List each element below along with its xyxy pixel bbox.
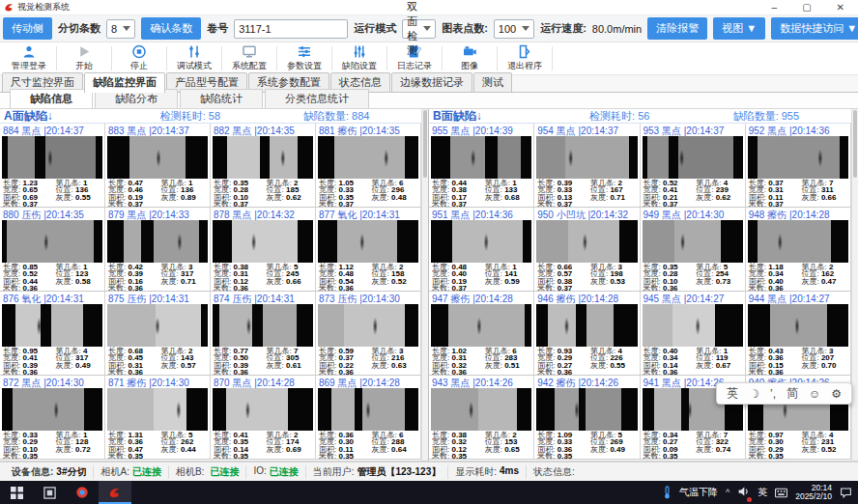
defect-cell[interactable]: 876 氧化 |20:14:31 长度: 0.95 宽度: 0.41 面积: 0… <box>0 292 105 376</box>
image-button[interactable]: 图像 <box>444 42 495 74</box>
taskbar-app-vision-system[interactable] <box>99 481 131 504</box>
defect-thumbnail-image[interactable] <box>431 136 531 179</box>
defect-cell[interactable]: 954 黑点 |20:14:37 长度: 0.39 宽度: 0.33 面积: 0… <box>534 124 640 208</box>
defect-cell[interactable]: 881 擦伤 |20:14:35 长度: 1.05 宽度: 0.33 面积: 0… <box>316 124 421 208</box>
defect-thumbnail-image[interactable] <box>643 220 743 263</box>
panel-b-scrollbar[interactable] <box>851 109 858 461</box>
defect-cell[interactable]: 942 擦伤 |20:14:26 长度: 1.09 宽度: 0.33 面积: 0… <box>534 376 640 460</box>
defect-thumbnail-image[interactable] <box>2 304 102 347</box>
defect-thumbnail-image[interactable] <box>213 136 313 179</box>
exit-program-button[interactable]: 退出程序 <box>500 42 550 74</box>
ime-lang-toggle[interactable]: 英 <box>727 385 738 402</box>
defect-thumbnail-image[interactable] <box>2 388 102 431</box>
tab-test[interactable]: 测试 <box>473 72 512 92</box>
defect-thumbnail-image[interactable] <box>318 388 418 431</box>
defect-thumbnail-image[interactable] <box>318 136 418 179</box>
stop-button[interactable]: 停止 <box>114 42 164 74</box>
defect-cell[interactable]: 953 黑点 |20:14:37 长度: 0.52 宽度: 0.41 面积: 0… <box>641 124 746 208</box>
roll-number-input[interactable] <box>234 19 348 39</box>
tray-expand-chevron[interactable]: ^ <box>726 488 729 497</box>
admin-login-button[interactable]: 管理登录 <box>4 42 54 74</box>
defect-cell[interactable]: 875 压伤 |20:14:31 长度: 0.68 宽度: 0.45 面积: 0… <box>105 292 211 376</box>
clear-alarm-button[interactable]: 清除报警 <box>647 17 707 40</box>
defect-thumbnail-image[interactable] <box>2 220 102 263</box>
chart-points-select[interactable]: 100 <box>494 19 534 39</box>
tab-defect-monitor[interactable]: 缺陷监控界面 <box>84 72 165 93</box>
panel-a-title[interactable]: A面缺陷↓ <box>0 108 160 125</box>
parameter-settings-button[interactable]: 参数设置 <box>279 42 329 74</box>
ime-emoji-icon[interactable]: ☺ <box>809 387 820 401</box>
start-button[interactable]: 开始 <box>59 42 109 74</box>
defect-cell[interactable]: 945 黑点 |20:14:27 长度: 0.40 宽度: 0.34 面积: 0… <box>641 292 746 376</box>
defect-cell[interactable]: 951 黑点 |20:14:36 长度: 0.48 宽度: 0.40 面积: 0… <box>429 208 534 292</box>
tab-edge-data-record[interactable]: 边缘数据记录 <box>391 72 472 92</box>
defect-thumbnail-image[interactable] <box>748 304 848 347</box>
defect-cell[interactable]: 884 黑点 |20:14:37 长度: 1.23 宽度: 0.65 面积: 0… <box>0 124 105 208</box>
defect-cell[interactable]: 952 黑点 |20:14:36 长度: 0.37 宽度: 0.31 面积: 0… <box>746 124 851 208</box>
defect-thumbnail-image[interactable] <box>2 136 102 179</box>
defect-thumbnail-image[interactable] <box>536 136 637 179</box>
panel-b-title[interactable]: B面缺陷↓ <box>429 108 589 125</box>
defect-thumbnail-image[interactable] <box>318 220 418 263</box>
debug-mode-button[interactable]: 调试模式 <box>169 42 219 74</box>
subtab-defect-info[interactable]: 缺陷信息 <box>10 89 93 108</box>
ime-simplified-toggle[interactable]: 简 <box>786 385 798 402</box>
close-button[interactable]: ✕ <box>837 1 844 14</box>
ime-moon-icon[interactable]: ☽ <box>749 387 759 401</box>
keyboard-icon[interactable] <box>775 488 787 498</box>
defect-settings-button[interactable]: 缺陷设置 <box>334 42 385 74</box>
action-center-icon[interactable] <box>840 487 852 498</box>
view-menu-button[interactable]: 视图 ▼ <box>713 17 765 40</box>
minimize-button[interactable]: – <box>772 1 778 14</box>
panel-a-scrollbar[interactable] <box>421 109 428 461</box>
subtab-defect-statistics[interactable]: 缺陷统计 <box>180 89 263 108</box>
quick-access-menu-button[interactable]: 数据快捷访问 ▼ <box>771 17 858 40</box>
taskbar-clock[interactable]: 20:14 2025/2/10 <box>795 484 832 501</box>
defect-cell[interactable]: 883 黑点 |20:14:37 长度: 0.47 宽度: 0.46 面积: 0… <box>105 124 211 208</box>
taskbar-app-browser[interactable] <box>66 481 99 504</box>
confirm-count-button[interactable]: 确认条数 <box>141 17 201 40</box>
defect-cell[interactable]: 948 擦伤 |20:14:28 长度: 1.18 宽度: 0.34 面积: 0… <box>746 208 851 292</box>
defect-thumbnail-image[interactable] <box>431 388 531 431</box>
defect-thumbnail-image[interactable] <box>107 304 208 347</box>
defect-thumbnail-image[interactable] <box>213 388 313 431</box>
defect-thumbnail-image[interactable] <box>536 304 637 347</box>
defect-cell[interactable]: 955 黑点 |20:14:39 长度: 0.44 宽度: 0.38 面积: 0… <box>429 124 534 208</box>
defect-thumbnail-image[interactable] <box>536 220 637 263</box>
defect-thumbnail-image[interactable] <box>643 304 743 347</box>
defect-thumbnail-image[interactable] <box>107 220 208 263</box>
defect-cell[interactable]: 943 黑点 |20:14:26 长度: 0.38 宽度: 0.32 面积: 0… <box>429 376 534 460</box>
defect-cell[interactable]: 873 压伤 |20:14:30 长度: 0.59 宽度: 0.37 面积: 0… <box>316 292 421 376</box>
defect-cell[interactable]: 878 黑点 |20:14:32 长度: 0.38 宽度: 0.31 面积: 0… <box>211 208 316 292</box>
system-config-button[interactable]: 系统配置 <box>224 42 274 74</box>
defect-thumbnail-image[interactable] <box>213 220 313 263</box>
defect-thumbnail-image[interactable] <box>748 136 848 179</box>
defect-thumbnail-image[interactable] <box>213 304 313 347</box>
defect-cell[interactable]: 944 黑点 |20:14:27 长度: 0.43 宽度: 0.36 面积: 0… <box>746 292 851 376</box>
ime-language-indicator[interactable]: 英 <box>758 486 767 499</box>
ime-settings-gear-icon[interactable]: ⚙ <box>831 387 842 401</box>
drive-side-button[interactable]: 传动侧 <box>3 17 52 40</box>
volume-icon[interactable] <box>737 484 750 501</box>
strip-count-select[interactable]: 8 <box>106 19 135 39</box>
defect-cell[interactable]: 882 黑点 |20:14:35 长度: 0.35 宽度: 0.28 面积: 0… <box>211 124 316 208</box>
defect-cell[interactable]: 870 黑点 |20:14:28 长度: 0.41 宽度: 0.35 面积: 0… <box>211 376 316 460</box>
defect-cell[interactable]: 877 氧化 |20:14:31 长度: 1.12 宽度: 0.48 面积: 0… <box>316 208 421 292</box>
start-button[interactable] <box>0 481 33 504</box>
defect-thumbnail-image[interactable] <box>318 304 418 347</box>
defect-thumbnail-image[interactable] <box>748 220 848 263</box>
ime-toolbar[interactable]: 英 ☽ ’, 简 ☺ ⚙ <box>716 382 852 405</box>
defect-thumbnail-image[interactable] <box>431 220 531 263</box>
defect-thumbnail-image[interactable] <box>643 136 743 179</box>
defect-thumbnail-image[interactable] <box>107 388 208 431</box>
defect-cell[interactable]: 949 黑点 |20:14:30 长度: 0.35 宽度: 0.28 面积: 0… <box>641 208 746 292</box>
task-view-button[interactable] <box>33 481 66 504</box>
defect-cell[interactable]: 872 黑点 |20:14:30 长度: 0.33 宽度: 0.29 面积: 0… <box>0 376 105 460</box>
defect-cell[interactable]: 869 黑点 |20:14:28 长度: 0.36 宽度: 0.30 面积: 0… <box>316 376 421 460</box>
weather-text[interactable]: 气温下降 <box>679 486 718 499</box>
defect-thumbnail-image[interactable] <box>107 136 208 179</box>
subtab-class-info-statistics[interactable]: 分类信息统计 <box>265 89 369 108</box>
defect-cell[interactable]: 947 擦伤 |20:14:28 长度: 1.02 宽度: 0.31 面积: 0… <box>429 292 534 376</box>
defect-cell[interactable]: 871 擦伤 |20:14:30 长度: 1.31 宽度: 0.36 面积: 0… <box>105 376 211 460</box>
defect-cell[interactable]: 946 擦伤 |20:14:28 长度: 0.93 宽度: 0.29 面积: 0… <box>534 292 640 376</box>
